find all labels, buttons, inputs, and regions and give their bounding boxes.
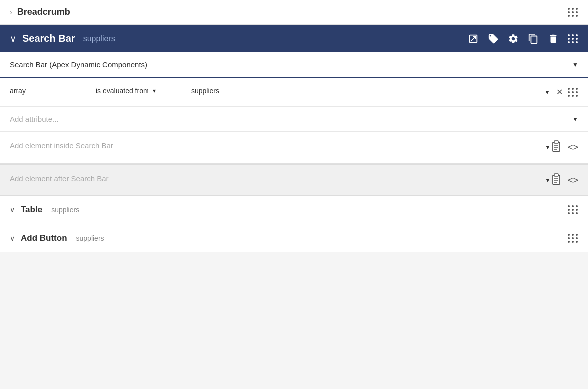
table-title: Table xyxy=(21,205,42,215)
breadcrumb-chevron-icon: › xyxy=(10,8,12,16)
add-element-inside-left: Add element inside Search Bar ▼ xyxy=(10,141,551,153)
value-row: suppliers ▼ xyxy=(191,87,550,97)
operator-text: is evaluated from xyxy=(96,87,149,95)
add-after-dropdown-icon[interactable]: ▼ xyxy=(545,177,551,184)
add-element-inside-text[interactable]: Add element inside Search Bar xyxy=(10,141,541,153)
add-button-title: Add Button xyxy=(21,233,67,243)
add-element-after-row: Add element after Search Bar ▼ <> xyxy=(0,165,588,196)
table-collapse-icon[interactable]: ∨ xyxy=(10,206,15,214)
table-row-left: ∨ Table suppliers xyxy=(10,205,79,215)
add-attribute-dropdown-icon: ▼ xyxy=(572,116,578,123)
header-bar: ∨ Search Bar suppliers xyxy=(0,25,588,52)
table-subtitle: suppliers xyxy=(51,206,79,214)
svg-rect-6 xyxy=(554,174,558,176)
value-dropdown-arrow-icon[interactable]: ▼ xyxy=(544,89,550,96)
table-dots-icon[interactable] xyxy=(568,205,578,214)
add-button-list-item: ∨ Add Button suppliers xyxy=(0,224,588,252)
add-element-inside-actions: <> xyxy=(551,140,578,155)
code-after-icon[interactable]: <> xyxy=(568,175,578,186)
add-button-subtitle: suppliers xyxy=(76,234,104,242)
add-element-inside-row: Add element inside Search Bar ▼ <> xyxy=(0,132,588,163)
operator-dropdown-icon: ▾ xyxy=(153,87,156,94)
value-text: suppliers xyxy=(191,87,219,95)
clipboard-after-icon[interactable] xyxy=(551,173,562,188)
open-external-icon[interactable] xyxy=(468,33,479,44)
breadcrumb-title: Breadcrumb xyxy=(17,7,70,17)
header-subtitle: suppliers xyxy=(83,34,115,43)
attribute-row: array is evaluated from ▾ suppliers ▼ ✕ xyxy=(0,78,588,107)
copy-icon[interactable] xyxy=(528,33,539,44)
component-selector[interactable]: Search Bar (Apex Dynamic Components) ▼ xyxy=(0,52,588,78)
add-element-inside-dropdown-icon[interactable]: ▼ xyxy=(545,144,551,151)
attribute-dots-icon[interactable] xyxy=(568,88,578,97)
delete-icon[interactable] xyxy=(548,33,559,44)
add-after-actions: <> xyxy=(551,173,578,188)
add-attribute-row[interactable]: Add attribute... ▼ xyxy=(0,107,588,132)
breadcrumb-dots-icon[interactable] xyxy=(568,8,578,17)
breadcrumb-left: › Breadcrumb xyxy=(10,7,70,17)
component-label: Search Bar (Apex Dynamic Components) xyxy=(10,60,147,69)
clear-value-icon[interactable]: ✕ xyxy=(556,87,563,97)
table-list-item: ∨ Table suppliers xyxy=(0,196,588,224)
header-actions xyxy=(468,33,578,44)
tags-icon[interactable] xyxy=(488,33,499,44)
svg-rect-1 xyxy=(554,141,558,143)
breadcrumb-row: › Breadcrumb xyxy=(0,0,588,25)
add-element-after-text[interactable]: Add element after Search Bar xyxy=(10,174,541,186)
attribute-actions: ✕ xyxy=(556,87,578,97)
main-content: Search Bar (Apex Dynamic Components) ▼ a… xyxy=(0,52,588,164)
code-inside-icon[interactable]: <> xyxy=(568,142,578,153)
value-field[interactable]: suppliers xyxy=(191,87,540,97)
settings-icon[interactable] xyxy=(508,33,519,44)
add-button-row-left: ∨ Add Button suppliers xyxy=(10,233,104,243)
attribute-name-text: array xyxy=(10,87,90,95)
add-button-collapse-icon[interactable]: ∨ xyxy=(10,234,15,242)
header-collapse-icon[interactable]: ∨ xyxy=(10,33,16,44)
attribute-field-name: array xyxy=(10,87,90,97)
add-attribute-text: Add attribute... xyxy=(10,115,59,123)
add-button-dots-icon[interactable] xyxy=(568,234,578,243)
header-title: Search Bar xyxy=(22,33,75,44)
operator-field[interactable]: is evaluated from ▾ xyxy=(96,87,185,97)
component-dropdown-arrow-icon: ▼ xyxy=(572,61,578,68)
clipboard-inside-icon[interactable] xyxy=(551,140,562,155)
add-after-left: Add element after Search Bar ▼ xyxy=(10,174,551,186)
header-left: ∨ Search Bar suppliers xyxy=(10,33,115,44)
header-dots-icon[interactable] xyxy=(568,34,578,43)
